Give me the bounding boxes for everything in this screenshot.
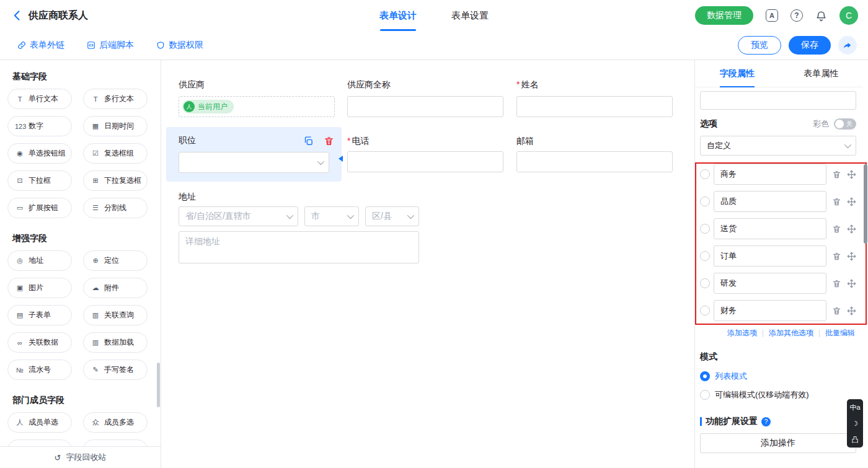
option-type-select[interactable]: 自定义 [700, 136, 856, 156]
option-value-input[interactable] [714, 191, 826, 212]
panel-scrollbar-thumb[interactable] [864, 164, 867, 244]
delete-option-icon[interactable] [832, 197, 841, 206]
option-radio[interactable] [700, 224, 710, 234]
form-external-link[interactable]: 表单外链 [17, 40, 64, 51]
user-avatar[interactable]: C [839, 6, 858, 25]
field-type-single-line-text[interactable]: T单行文本 [7, 89, 72, 109]
option-value-input[interactable] [714, 245, 826, 267]
current-user-tag[interactable]: 人 当前用户 [182, 100, 234, 113]
theme-icon[interactable]: 凸 [847, 431, 863, 448]
option-value-input[interactable] [714, 273, 826, 294]
move-option-icon[interactable] [847, 170, 856, 179]
field-type-checkbox-group[interactable]: ☑复选框组 [83, 143, 148, 164]
field-title-input-partial[interactable] [700, 91, 856, 110]
option-value-input[interactable] [714, 218, 826, 239]
move-option-icon[interactable] [847, 252, 856, 261]
field-type-linked-query[interactable]: ▥关联查询 [83, 305, 148, 325]
email-field[interactable] [516, 151, 673, 172]
position-select[interactable] [179, 152, 329, 173]
address-detail-textarea[interactable]: 详细地址 [179, 231, 419, 263]
move-option-icon[interactable] [847, 224, 856, 234]
add-option-link[interactable]: 添加选项 [727, 328, 757, 338]
editable-mode-radio[interactable] [700, 390, 710, 400]
tab-form-design[interactable]: 表单设计 [379, 0, 417, 31]
option-radio[interactable] [700, 278, 710, 288]
option-value-input[interactable] [714, 300, 826, 321]
contact-name-field[interactable] [516, 96, 673, 117]
delete-option-icon[interactable] [832, 170, 841, 179]
field-type-number[interactable]: 123数字 [7, 116, 72, 136]
preview-button[interactable]: 预览 [738, 36, 781, 55]
selected-field-position[interactable]: 职位 [166, 127, 342, 182]
move-option-icon[interactable] [847, 197, 856, 206]
field-type-subform[interactable]: ▤子表单 [7, 305, 72, 325]
option-radio[interactable] [700, 196, 710, 206]
move-option-icon[interactable] [847, 279, 856, 288]
divider [819, 330, 820, 337]
province-select[interactable]: 省/自治区/直辖市 [179, 206, 298, 226]
field-type-datetime[interactable]: ▦日期时间 [83, 116, 148, 136]
field-type-extend-button[interactable]: ▭扩展按钮 [7, 198, 72, 218]
sidebar-scrollbar[interactable] [157, 363, 160, 407]
delete-option-icon[interactable] [832, 252, 841, 261]
multi-line-text-icon: T [91, 95, 100, 103]
option-radio[interactable] [700, 169, 710, 179]
field-type-data-load[interactable]: ▥数据加载 [83, 332, 148, 353]
option-value-input[interactable] [714, 164, 826, 185]
tab-form-settings[interactable]: 表单设置 [451, 0, 489, 31]
field-type-image[interactable]: ▣图片 [7, 278, 72, 298]
data-permission-link[interactable]: 数据权限 [156, 40, 203, 51]
share-button[interactable] [838, 36, 857, 55]
translate-icon[interactable]: A [766, 9, 778, 22]
delete-option-icon[interactable] [832, 279, 841, 288]
section-marker [700, 417, 702, 426]
list-mode-radio[interactable] [700, 371, 710, 381]
extension-settings-header: 功能扩展设置 ? [700, 416, 771, 427]
field-type-dropdown-multi[interactable]: ⊞下拉复选框 [83, 170, 148, 191]
color-toggle[interactable]: 关 [834, 118, 856, 130]
backend-script-link[interactable]: 后端脚本 [87, 40, 134, 51]
field-resize-handle[interactable] [339, 156, 343, 162]
copy-field-icon[interactable] [303, 136, 314, 146]
tab-form-properties[interactable]: 表单属性 [779, 60, 864, 87]
option-radio[interactable] [700, 306, 710, 316]
field-type-member-single[interactable]: 人成员单选 [7, 412, 72, 433]
field-type-dropdown[interactable]: ⊡下拉框 [7, 170, 72, 191]
save-button[interactable]: 保存 [789, 36, 831, 55]
field-type-attachment[interactable]: ☁附件 [83, 278, 148, 298]
option-radio[interactable] [700, 251, 710, 261]
field-type-member-multi[interactable]: 众成员多选 [83, 412, 148, 433]
add-other-option-link[interactable]: 添加其他选项 [769, 328, 813, 338]
supplier-fullname-field[interactable] [347, 96, 503, 117]
data-manage-button[interactable]: 数据管理 [695, 6, 753, 25]
field-type-location[interactable]: ⊕定位 [83, 250, 148, 271]
current-user-avatar-icon: 人 [184, 101, 195, 112]
move-option-icon[interactable] [847, 306, 856, 316]
field-type-multi-line-text[interactable]: T多行文本 [83, 89, 148, 109]
translate-toggle-icon[interactable]: 中a [847, 399, 863, 415]
back-button[interactable] [11, 9, 24, 22]
tab-field-properties[interactable]: 字段属性 [695, 60, 779, 87]
form-canvas: 供应商 人 当前用户 供应商全称 *姓名 职位 *电话 [162, 60, 694, 468]
field-type-signature[interactable]: ✎手写签名 [83, 360, 148, 380]
extension-help-icon[interactable]: ? [761, 417, 771, 426]
batch-edit-link[interactable]: 批量编辑 [825, 328, 855, 338]
city-select[interactable]: 市 [304, 206, 359, 226]
phone-field[interactable] [347, 151, 503, 172]
dark-mode-icon[interactable]: ☽ [847, 415, 863, 431]
delete-field-icon[interactable] [324, 136, 334, 146]
help-icon[interactable]: ? [790, 9, 803, 22]
district-select[interactable]: 区/县 [365, 206, 419, 226]
field-type-serial-number[interactable]: №流水号 [7, 360, 72, 380]
delete-option-icon[interactable] [832, 224, 841, 234]
field-recycle-bin[interactable]: ↺ 字段回收站 [0, 446, 161, 468]
add-action-button[interactable]: 添加操作 [700, 433, 856, 453]
field-type-address[interactable]: ◎地址 [7, 250, 72, 271]
bell-icon[interactable] [815, 10, 827, 22]
supplier-field[interactable]: 人 当前用户 [179, 96, 335, 117]
field-type-radio-group[interactable]: ◉单选按钮组 [7, 143, 72, 164]
delete-option-icon[interactable] [832, 306, 841, 316]
field-type-linked-data[interactable]: ∞关联数据 [7, 332, 72, 353]
field-type-divider[interactable]: ☰分割线 [83, 198, 148, 218]
chevron-down-icon [347, 212, 354, 219]
